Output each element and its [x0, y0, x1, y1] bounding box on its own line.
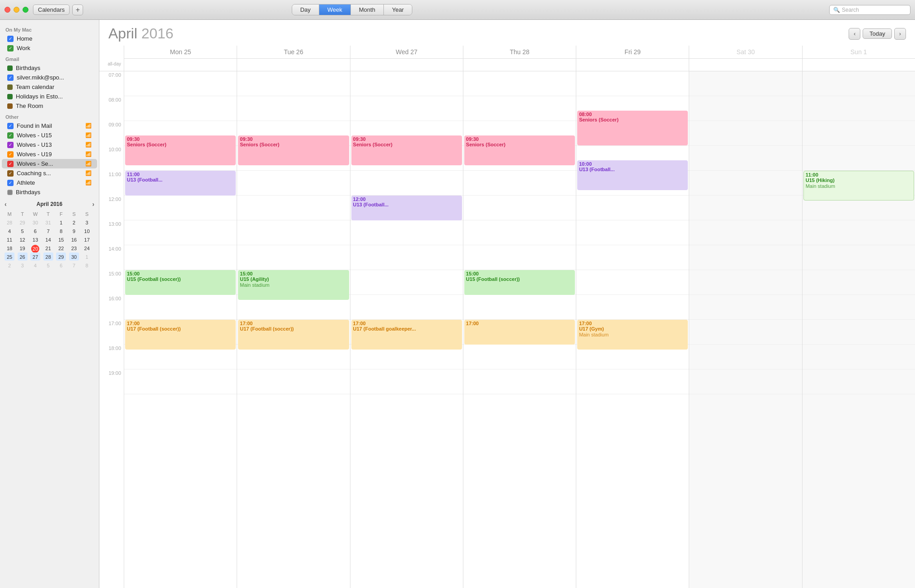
mini-cal-cell[interactable]: 29 — [18, 218, 28, 226]
mini-cal-cell[interactable]: 30 — [30, 218, 40, 226]
allday-cell-wed[interactable] — [350, 59, 463, 71]
today-button[interactable]: Today — [863, 28, 892, 39]
event-u15-hiking-sun[interactable]: 11:00 U15 (Hiking) Main stadium — [803, 171, 914, 201]
day-header-fri29[interactable]: Fri 29 — [576, 46, 689, 58]
event-u13-football-fri[interactable]: 10:00 U13 (Football... — [577, 160, 688, 190]
sidebar-item-theroom[interactable]: The Room — [2, 101, 97, 111]
day-header-thu28[interactable]: Thu 28 — [463, 46, 576, 58]
prev-week-button[interactable]: ‹ — [849, 28, 860, 40]
event-u15-football-mon[interactable]: 15:00 U15 (Football (soccer)) — [125, 270, 236, 295]
view-day-button[interactable]: Day — [292, 5, 319, 15]
mini-cal-cell[interactable]: 25 — [5, 252, 14, 261]
mini-cal-cell[interactable]: 19 — [18, 244, 28, 252]
day-header-sat30[interactable]: Sat 30 — [689, 46, 802, 58]
mini-cal-cell[interactable]: 4 — [30, 261, 40, 269]
allday-cell-thu[interactable] — [463, 59, 576, 71]
sidebar-item-wolves-se[interactable]: ✓ Wolves - Se... 📶 — [2, 159, 97, 168]
day-header-sun1[interactable]: Sun 1 — [802, 46, 915, 58]
sidebar-item-team[interactable]: Team calendar — [2, 82, 97, 92]
event-seniors-soccer-mon[interactable]: 09:30 Seniors (Soccer) — [125, 135, 236, 165]
view-month-button[interactable]: Month — [351, 5, 384, 15]
sidebar-item-foundinmail[interactable]: ✓ Found in Mail 📶 — [2, 121, 97, 131]
day-header-mon25[interactable]: Mon 25 — [124, 46, 237, 58]
mini-cal-cell[interactable]: 17 — [82, 235, 92, 243]
mini-cal-cell[interactable]: 26 — [18, 252, 28, 261]
mini-cal-cell[interactable]: 3 — [18, 261, 28, 269]
mini-cal-cell[interactable]: 5 — [18, 227, 28, 235]
mini-cal-cell[interactable]: 2 — [5, 261, 14, 269]
mini-cal-cell[interactable]: 3 — [82, 218, 92, 226]
event-u17-football-mon[interactable]: 17:00 U17 (Football (soccer)) — [125, 320, 236, 350]
mini-cal-cell[interactable]: 28 — [43, 252, 53, 261]
event-u15-agility-tue[interactable]: 15:00 U15 (Agility) Main stadium — [238, 270, 349, 300]
sidebar-item-wolves-u19[interactable]: ✓ Wolves - U19 📶 — [2, 149, 97, 159]
mini-cal-cell[interactable]: 7 — [69, 261, 79, 269]
minimize-button[interactable] — [14, 7, 19, 13]
sidebar-item-coaching[interactable]: ✓ Coaching s... 📶 — [2, 168, 97, 178]
mini-cal-cell[interactable]: 28 — [5, 218, 14, 226]
mini-cal-cell[interactable]: 30 — [69, 252, 79, 261]
mini-cal-next[interactable]: › — [92, 201, 94, 208]
maximize-button[interactable] — [23, 7, 28, 13]
allday-cell-mon[interactable] — [124, 59, 237, 71]
mini-cal-cell[interactable]: 21 — [43, 244, 53, 252]
add-calendar-button[interactable]: + — [72, 5, 83, 15]
mini-cal-cell[interactable]: 18 — [5, 244, 14, 252]
mini-cal-cell[interactable]: 24 — [82, 244, 92, 252]
mini-cal-cell[interactable]: 12 — [18, 235, 28, 243]
sidebar-item-wolves-u15[interactable]: ✓ Wolves - U15 📶 — [2, 131, 97, 140]
search-bar[interactable]: 🔍 Search — [829, 5, 910, 15]
event-u13-football-wed[interactable]: 12:00 U13 (Football... — [351, 196, 462, 220]
sidebar-item-home[interactable]: ✓ Home — [2, 34, 97, 43]
mini-cal-cell[interactable]: 16 — [69, 235, 79, 243]
day-column-thu28[interactable]: 09:30 Seniors (Soccer) 15:00 U15 (Footba… — [463, 71, 576, 588]
event-seniors-soccer-fri[interactable]: 08:00 Seniors (Soccer) — [577, 111, 688, 145]
day-column-mon25[interactable]: 09:30 Seniors (Soccer) 11:00 U13 (Footba… — [124, 71, 237, 588]
event-u17-football-tue[interactable]: 17:00 U17 (Football (soccer)) — [238, 320, 349, 350]
event-seniors-soccer-thu[interactable]: 09:30 Seniors (Soccer) — [464, 135, 575, 165]
event-seniors-soccer-tue[interactable]: 09:30 Seniors (Soccer) — [238, 135, 349, 165]
day-column-fri29[interactable]: 08:00 Seniors (Soccer) 10:00 U13 (Footba… — [576, 71, 689, 588]
allday-cell-sun[interactable] — [802, 59, 915, 71]
mini-cal-cell[interactable]: 15 — [56, 235, 66, 243]
day-column-sun1[interactable]: 11:00 U15 (Hiking) Main stadium — [802, 71, 915, 588]
day-column-wed27[interactable]: 09:30 Seniors (Soccer) 12:00 U13 (Footba… — [350, 71, 463, 588]
event-seniors-soccer-wed[interactable]: 09:30 Seniors (Soccer) — [351, 135, 462, 165]
allday-cell-tue[interactable] — [237, 59, 350, 71]
mini-cal-prev[interactable]: ‹ — [5, 201, 7, 208]
next-week-button[interactable]: › — [894, 28, 906, 40]
sidebar-item-work[interactable]: ✓ Work — [2, 43, 97, 53]
mini-cal-cell[interactable]: 7 — [43, 227, 53, 235]
view-year-button[interactable]: Year — [384, 5, 412, 15]
sidebar-item-holidays[interactable]: Holidays in Esto... — [2, 92, 97, 101]
sidebar-item-birthdays-other[interactable]: Birthdays — [2, 187, 97, 197]
mini-cal-cell[interactable]: 9 — [69, 227, 79, 235]
mini-cal-cell[interactable]: 4 — [5, 227, 14, 235]
day-header-wed27[interactable]: Wed 27 — [350, 46, 463, 58]
mini-cal-cell-today[interactable]: 20 — [30, 244, 40, 252]
allday-cell-fri[interactable] — [576, 59, 689, 71]
event-u13-football-mon[interactable]: 11:00 U13 (Football... — [125, 171, 236, 196]
event-u15-football-thu[interactable]: 15:00 U15 (Football (soccer)) — [464, 270, 575, 295]
mini-cal-cell[interactable]: 6 — [56, 261, 66, 269]
mini-cal-cell[interactable]: 6 — [30, 227, 40, 235]
sidebar-item-wolves-u13[interactable]: ✓ Wolves - U13 📶 — [2, 140, 97, 149]
mini-cal-cell[interactable]: 8 — [56, 227, 66, 235]
mini-cal-cell[interactable]: 8 — [82, 261, 92, 269]
mini-cal-cell[interactable]: 5 — [43, 261, 53, 269]
mini-cal-cell[interactable]: 27 — [30, 252, 40, 261]
sidebar-item-silver[interactable]: ✓ silver.mikk@spo... — [2, 73, 97, 82]
event-u17-football-wed[interactable]: 17:00 U17 (Football goalkeeper... — [351, 320, 462, 350]
close-button[interactable] — [5, 7, 10, 13]
mini-cal-cell[interactable]: 31 — [43, 218, 53, 226]
view-week-button[interactable]: Week — [319, 5, 351, 15]
mini-cal-cell[interactable]: 29 — [56, 252, 66, 261]
day-column-tue26[interactable]: 09:30 Seniors (Soccer) 15:00 U15 (Agilit… — [237, 71, 350, 588]
mini-cal-cell[interactable]: 13 — [30, 235, 40, 243]
day-column-sat30[interactable] — [689, 71, 802, 588]
sidebar-item-birthdays-gmail[interactable]: Birthdays — [2, 63, 97, 73]
event-u17-gym-fri[interactable]: 17:00 U17 (Gym) Main stadium — [577, 320, 688, 350]
mini-cal-cell[interactable]: 1 — [82, 252, 92, 261]
sidebar-item-athlete[interactable]: ✓ Athlete 📶 — [2, 178, 97, 187]
allday-cell-sat[interactable] — [689, 59, 802, 71]
